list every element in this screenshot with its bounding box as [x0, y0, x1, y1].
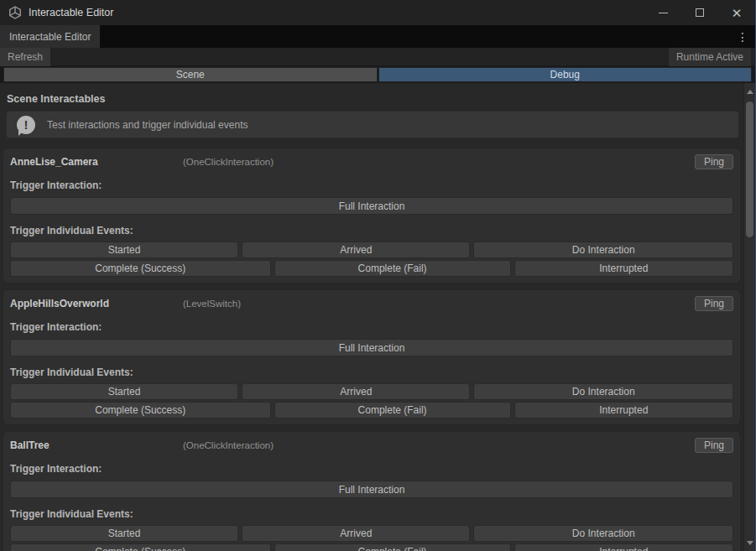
arrived-button[interactable]: Arrived	[242, 383, 470, 400]
started-button[interactable]: Started	[10, 383, 238, 400]
complete-fail-button[interactable]: Complete (Fail)	[274, 543, 511, 551]
ping-button[interactable]: Ping	[695, 438, 733, 453]
minimize-button[interactable]	[644, 0, 681, 25]
scene-interactables-panel: Scene Interactables ! Test interactions …	[0, 83, 743, 551]
event-button-row: Complete (Success) Complete (Fail) Inter…	[10, 260, 733, 277]
trigger-individual-events-label: Trigger Individual Events:	[10, 366, 733, 378]
minimize-icon	[659, 13, 668, 13]
trigger-interaction-label: Trigger Interaction:	[10, 463, 733, 475]
info-icon: !	[17, 116, 35, 134]
runtime-active-label: Runtime Active	[676, 51, 743, 63]
do-interaction-button[interactable]: Do Interaction	[473, 525, 733, 542]
complete-success-button[interactable]: Complete (Success)	[10, 260, 271, 277]
window-titlebar: Interactable Editor ✕	[0, 0, 755, 25]
ping-button[interactable]: Ping	[695, 296, 733, 311]
scroll-up-icon	[747, 90, 753, 94]
interactable-section-annelise-camera: AnneLise_Camera (OneClickInteraction) Pi…	[3, 148, 741, 283]
interrupted-button[interactable]: Interrupted	[514, 260, 733, 277]
interrupted-button[interactable]: Interrupted	[514, 543, 733, 551]
interrupted-button[interactable]: Interrupted	[514, 402, 733, 418]
event-button-row: Started Arrived Do Interaction	[10, 525, 733, 542]
section-header-row: AnneLise_Camera (OneClickInteraction) Pi…	[10, 154, 733, 169]
interactable-editor-window: { "window": { "title": "Interactable Edi…	[0, 0, 756, 551]
tab-interactable-editor[interactable]: Interactable Editor	[0, 25, 100, 48]
scroll-down-icon	[747, 541, 753, 545]
section-header-row: BallTree (OneClickInteraction) Ping	[10, 438, 733, 453]
started-button[interactable]: Started	[10, 242, 238, 258]
full-interaction-button[interactable]: Full Interaction	[10, 197, 733, 215]
vertical-scrollbar[interactable]	[743, 83, 755, 551]
trigger-interaction-label: Trigger Interaction:	[10, 321, 733, 333]
complete-fail-button[interactable]: Complete (Fail)	[274, 402, 511, 418]
help-text: Test interactions and trigger individual…	[47, 119, 248, 131]
scene-tab-label: Scene	[176, 69, 205, 81]
unity-cube-icon	[8, 6, 22, 19]
interactable-type: (OneClickInteraction)	[183, 440, 695, 450]
complete-success-button[interactable]: Complete (Success)	[10, 402, 271, 418]
interactable-name: BallTree	[10, 439, 183, 451]
started-button[interactable]: Started	[10, 525, 238, 542]
section-header-row: AppleHillsOverworld (LevelSwitch) Ping	[10, 296, 733, 311]
full-interaction-button[interactable]: Full Interaction	[10, 339, 733, 356]
window-title: Interactable Editor	[29, 7, 113, 18]
debug-tab-button[interactable]: Debug	[378, 67, 753, 82]
interactable-name: AnneLise_Camera	[10, 156, 183, 168]
do-interaction-button[interactable]: Do Interaction	[473, 383, 733, 400]
interactable-type: (LevelSwitch)	[183, 299, 695, 309]
runtime-active-toggle[interactable]: Runtime Active	[669, 48, 751, 66]
trigger-individual-events-label: Trigger Individual Events:	[10, 225, 733, 237]
panel-title: Scene Interactables	[7, 93, 743, 105]
tab-bar: Interactable Editor ⋮	[0, 25, 755, 48]
close-icon: ✕	[732, 7, 743, 19]
debug-tab-label: Debug	[550, 69, 580, 81]
complete-success-button[interactable]: Complete (Success)	[10, 543, 271, 551]
trigger-individual-events-label: Trigger Individual Events:	[10, 508, 733, 520]
trigger-interaction-label: Trigger Interaction:	[10, 179, 733, 191]
toolbar: Refresh Runtime Active	[0, 48, 755, 66]
interactable-section-balltree: BallTree (OneClickInteraction) Ping Trig…	[3, 431, 741, 551]
full-interaction-button[interactable]: Full Interaction	[10, 481, 733, 498]
do-interaction-button[interactable]: Do Interaction	[473, 242, 733, 258]
maximize-icon	[696, 8, 704, 17]
interactable-type: (OneClickInteraction)	[183, 157, 695, 167]
interactable-section-applehills-overworld: AppleHillsOverworld (LevelSwitch) Ping T…	[3, 289, 741, 425]
arrived-button[interactable]: Arrived	[242, 242, 470, 258]
scrollbar-thumb[interactable]	[746, 101, 753, 237]
tab-label: Interactable Editor	[9, 31, 91, 43]
ping-button[interactable]: Ping	[695, 154, 733, 169]
close-button[interactable]: ✕	[718, 0, 755, 25]
scroll-down-arrow[interactable]	[744, 536, 756, 549]
window-controls: ✕	[644, 0, 755, 25]
scroll-up-arrow[interactable]	[744, 85, 756, 98]
event-button-row: Complete (Success) Complete (Fail) Inter…	[10, 543, 733, 551]
kebab-menu-icon[interactable]: ⋮	[735, 25, 750, 48]
refresh-label: Refresh	[8, 51, 43, 63]
event-button-row: Started Arrived Do Interaction	[10, 242, 733, 258]
refresh-button[interactable]: Refresh	[0, 48, 50, 66]
scene-tab-button[interactable]: Scene	[3, 67, 378, 82]
event-button-row: Started Arrived Do Interaction	[10, 383, 733, 400]
help-box: ! Test interactions and trigger individu…	[6, 111, 739, 138]
arrived-button[interactable]: Arrived	[242, 525, 470, 542]
event-button-row: Complete (Success) Complete (Fail) Inter…	[10, 402, 733, 418]
maximize-button[interactable]	[681, 0, 718, 25]
interactable-name: AppleHillsOverworld	[10, 298, 183, 309]
complete-fail-button[interactable]: Complete (Fail)	[274, 260, 511, 277]
view-toggle-group: Scene Debug	[0, 66, 755, 83]
